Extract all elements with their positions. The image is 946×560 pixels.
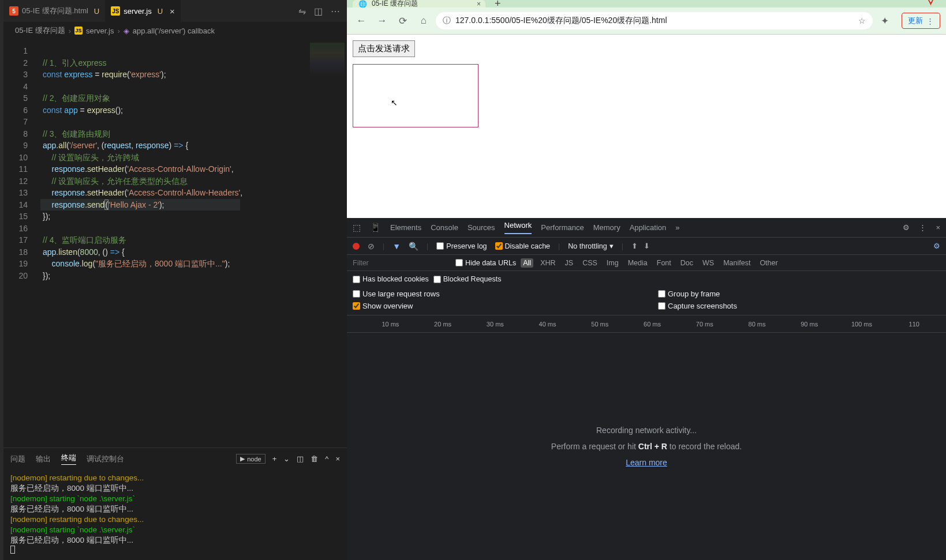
forward-button[interactable]: → xyxy=(373,12,391,29)
filter-type-other[interactable]: Other xyxy=(757,258,780,268)
tab-application[interactable]: Application xyxy=(630,223,667,232)
network-toolbar: ⊘ | ▼ 🔍 | Preserve log Disable cache | N… xyxy=(347,238,946,255)
tab-debug-console[interactable]: 调试控制台 xyxy=(87,454,124,464)
new-tab-button[interactable]: + xyxy=(485,0,503,7)
filter-icon[interactable]: ▼ xyxy=(392,242,401,251)
preserve-log-checkbox[interactable]: Preserve log xyxy=(436,242,487,250)
settings-icon[interactable]: ⚙ xyxy=(903,223,910,232)
large-rows-checkbox[interactable]: Use large request rows xyxy=(353,290,635,298)
filter-type-xhr[interactable]: XHR xyxy=(538,258,558,268)
chevron-up-icon[interactable]: ^ xyxy=(325,454,328,463)
record-button[interactable] xyxy=(353,243,360,250)
send-request-button[interactable]: 点击发送请求 xyxy=(353,40,415,57)
search-icon[interactable]: 🔍 xyxy=(409,242,418,251)
tab-terminal[interactable]: 终端 xyxy=(61,453,76,465)
terminal-output[interactable]: [nodemon] restarting due to changes...服务… xyxy=(3,469,347,560)
code-editor[interactable]: 1234567891011121314151617181920 // 1、引入e… xyxy=(3,39,347,448)
close-icon[interactable]: × xyxy=(335,454,340,463)
compare-icon[interactable]: ⇋ xyxy=(298,6,306,17)
minimap[interactable] xyxy=(310,43,345,77)
filter-type-css[interactable]: CSS xyxy=(580,258,600,268)
filter-type-doc[interactable]: Doc xyxy=(678,258,696,268)
close-icon[interactable]: × xyxy=(936,223,940,232)
hide-data-urls-checkbox[interactable]: Hide data URLs xyxy=(455,259,516,267)
download-icon[interactable]: ⬇ xyxy=(644,242,650,250)
filter-type-font[interactable]: Font xyxy=(655,258,674,268)
filter-input[interactable] xyxy=(353,259,451,267)
method-icon: ◈ xyxy=(124,27,129,35)
settings-icon[interactable]: ⚙ xyxy=(933,242,940,250)
close-icon[interactable]: × xyxy=(170,6,175,16)
tab-sources[interactable]: Sources xyxy=(468,223,495,232)
menu-icon: ⋮ xyxy=(926,17,934,25)
tab-label: 05-IE 缓存问题.html xyxy=(22,6,88,16)
capture-screenshots-checkbox[interactable]: Capture screenshots xyxy=(658,302,940,310)
tab-performance[interactable]: Performance xyxy=(541,223,584,232)
filter-type-img[interactable]: Img xyxy=(604,258,621,268)
blocked-cookies-checkbox[interactable]: Has blocked cookies xyxy=(353,275,429,283)
tab-html-file[interactable]: 5 05-IE 缓存问题.html U xyxy=(3,0,105,22)
result-box xyxy=(353,64,478,127)
browser-tab-strip: 🌐 05-IE 缓存问题 × + ⛛ xyxy=(347,0,946,7)
code-content[interactable]: // 1、引入express const express = require('… xyxy=(38,39,242,448)
more-icon[interactable]: ⋯ xyxy=(331,6,340,17)
tab-title: 05-IE 缓存问题 xyxy=(372,0,418,7)
tab-label: server.js xyxy=(124,7,151,16)
inspect-icon[interactable]: ⬚ xyxy=(353,223,361,233)
globe-icon: 🌐 xyxy=(358,0,367,7)
new-terminal-icon[interactable]: + xyxy=(272,454,277,463)
page-content: 点击发送请求 ↖ xyxy=(347,35,946,218)
filter-type-ws[interactable]: WS xyxy=(700,258,716,268)
chevron-down-icon[interactable]: ⌄ xyxy=(283,454,290,463)
terminal-profile[interactable]: ▶ node xyxy=(236,454,265,464)
clear-icon[interactable]: ⊘ xyxy=(368,242,375,251)
disable-cache-checkbox[interactable]: Disable cache xyxy=(495,242,551,250)
mouse-cursor-icon: ↖ xyxy=(391,98,398,107)
tab-problems[interactable]: 问题 xyxy=(10,454,25,464)
extensions-icon[interactable]: ✦ xyxy=(876,12,893,29)
split-editor-icon[interactable]: ◫ xyxy=(314,6,323,17)
network-timeline[interactable]: 10 ms20 ms30 ms40 ms50 ms60 ms70 ms80 ms… xyxy=(347,315,946,333)
home-button[interactable]: ⌂ xyxy=(415,12,432,29)
split-terminal-icon[interactable]: ◫ xyxy=(297,454,304,463)
site-info-icon[interactable]: ⓘ xyxy=(443,16,451,26)
group-frame-checkbox[interactable]: Group by frame xyxy=(658,290,940,298)
filter-type-all[interactable]: All xyxy=(521,258,533,268)
tab-elements[interactable]: Elements xyxy=(390,223,421,232)
line-gutter: 1234567891011121314151617181920 xyxy=(3,39,38,448)
breadcrumb[interactable]: 05-IE 缓存问题 › JS server.js › ◈ app.all('/… xyxy=(3,22,347,39)
chevron-down-icon: ▾ xyxy=(610,242,614,250)
tab-memory[interactable]: Memory xyxy=(593,223,620,232)
more-tabs-icon[interactable]: » xyxy=(675,223,679,232)
url-field[interactable]: ⓘ 127.0.0.1:5500/05-IE%20缓存问题/05-IE%20缓存… xyxy=(436,12,873,29)
upload-icon[interactable]: ⬆ xyxy=(631,242,638,250)
trash-icon[interactable]: 🗑 xyxy=(311,454,318,463)
editor-tabs: 5 05-IE 缓存问题.html U JS server.js U × ⇋ ◫… xyxy=(3,0,347,22)
terminal-tabs: 问题 输出 终端 调试控制台 ▶ node + ⌄ ◫ 🗑 ^ × xyxy=(3,448,347,469)
devtools: ⬚ 📱 Elements Console Sources Network Per… xyxy=(347,218,946,560)
close-icon[interactable]: × xyxy=(477,0,481,7)
back-button[interactable]: ← xyxy=(353,12,370,29)
tab-console[interactable]: Console xyxy=(431,223,458,232)
browser-tab[interactable]: 🌐 05-IE 缓存问题 × xyxy=(353,0,485,7)
update-button[interactable]: 更新 ⋮ xyxy=(902,13,940,29)
filter-type-manifest[interactable]: Manifest xyxy=(721,258,753,268)
vscode-panel: 5 05-IE 缓存问题.html U JS server.js U × ⇋ ◫… xyxy=(0,0,347,560)
device-toggle-icon[interactable]: 📱 xyxy=(370,223,381,233)
tab-output[interactable]: 输出 xyxy=(36,454,51,464)
throttling-select[interactable]: No throttling ▾ xyxy=(568,242,613,250)
filter-type-js[interactable]: JS xyxy=(563,258,576,268)
blocked-requests-checkbox[interactable]: Blocked Requests xyxy=(433,275,502,283)
show-overview-checkbox[interactable]: Show overview xyxy=(353,302,635,310)
tab-js-file[interactable]: JS server.js U × xyxy=(105,0,181,22)
bookmark-icon[interactable]: ☆ xyxy=(858,16,866,25)
breadcrumb-symbol: app.all('/server') callback xyxy=(133,27,215,35)
warning-icon[interactable]: ⛛ xyxy=(926,0,946,7)
learn-more-link[interactable]: Learn more xyxy=(626,458,667,467)
menu-icon[interactable]: ⋮ xyxy=(919,223,926,232)
filter-type-media[interactable]: Media xyxy=(626,258,650,268)
network-filter-row2: Has blocked cookies Blocked Requests xyxy=(347,271,946,287)
reload-button[interactable]: ⟳ xyxy=(394,12,412,29)
tab-network[interactable]: Network xyxy=(504,221,532,234)
js-file-icon: JS xyxy=(74,27,83,35)
